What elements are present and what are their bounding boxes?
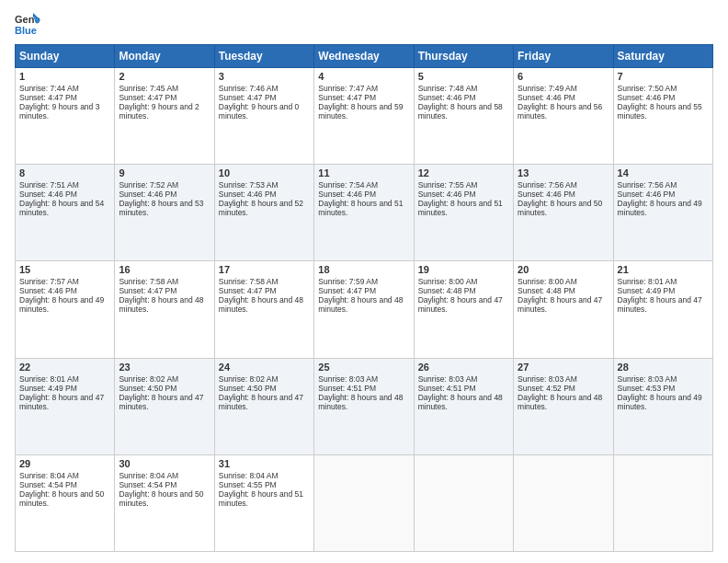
week-row-2: 8Sunrise: 7:51 AMSunset: 4:46 PMDaylight… bbox=[16, 165, 713, 261]
sunset-text: Sunset: 4:46 PM bbox=[19, 286, 77, 295]
daylight-text: Daylight: 8 hours and 47 minutes. bbox=[418, 295, 503, 314]
calendar-cell: 2Sunrise: 7:45 AMSunset: 4:47 PMDaylight… bbox=[115, 68, 214, 165]
daylight-text: Daylight: 8 hours and 47 minutes. bbox=[618, 295, 702, 314]
sunrise-text: Sunrise: 7:55 AM bbox=[418, 180, 478, 190]
daylight-text: Daylight: 8 hours and 51 minutes. bbox=[219, 489, 303, 508]
calendar-cell: 25Sunrise: 8:03 AMSunset: 4:51 PMDayligh… bbox=[314, 358, 414, 454]
weekday-header-row: SundayMondayTuesdayWednesdayThursdayFrid… bbox=[16, 45, 713, 68]
calendar-cell: 15Sunrise: 7:57 AMSunset: 4:46 PMDayligh… bbox=[16, 261, 115, 358]
day-number: 2 bbox=[119, 71, 210, 82]
day-number: 17 bbox=[219, 264, 310, 275]
sunset-text: Sunset: 4:47 PM bbox=[219, 93, 277, 102]
calendar-cell: 14Sunrise: 7:56 AMSunset: 4:46 PMDayligh… bbox=[613, 165, 712, 261]
calendar-cell: 20Sunrise: 8:00 AMSunset: 4:48 PMDayligh… bbox=[514, 261, 613, 358]
sunset-text: Sunset: 4:46 PM bbox=[418, 93, 476, 102]
daylight-text: Daylight: 8 hours and 53 minutes. bbox=[119, 199, 203, 217]
daylight-text: Daylight: 8 hours and 48 minutes. bbox=[119, 295, 203, 314]
sunset-text: Sunset: 4:47 PM bbox=[119, 93, 176, 102]
daylight-text: Daylight: 8 hours and 50 minutes. bbox=[119, 489, 203, 508]
sunrise-text: Sunrise: 8:03 AM bbox=[318, 374, 378, 384]
calendar-cell: 13Sunrise: 7:56 AMSunset: 4:46 PMDayligh… bbox=[514, 165, 613, 261]
daylight-text: Daylight: 8 hours and 47 minutes. bbox=[518, 295, 602, 314]
calendar-cell: 6Sunrise: 7:49 AMSunset: 4:46 PMDaylight… bbox=[514, 68, 613, 165]
calendar-cell bbox=[514, 454, 613, 551]
day-number: 5 bbox=[418, 71, 509, 82]
logo: General Blue bbox=[15, 11, 46, 37]
calendar-cell: 11Sunrise: 7:54 AMSunset: 4:46 PMDayligh… bbox=[314, 165, 414, 261]
page: General Blue SundayMondayTuesdayWednesda… bbox=[0, 0, 728, 563]
sunrise-text: Sunrise: 7:50 AM bbox=[618, 84, 677, 93]
calendar-cell bbox=[613, 454, 712, 551]
day-number: 1 bbox=[19, 71, 110, 82]
calendar-cell: 26Sunrise: 8:03 AMSunset: 4:51 PMDayligh… bbox=[414, 358, 513, 454]
day-number: 3 bbox=[219, 71, 310, 82]
daylight-text: Daylight: 8 hours and 52 minutes. bbox=[219, 199, 303, 217]
daylight-text: Daylight: 8 hours and 47 minutes. bbox=[219, 393, 303, 411]
sunset-text: Sunset: 4:47 PM bbox=[219, 286, 277, 295]
sunset-text: Sunset: 4:47 PM bbox=[318, 286, 376, 295]
daylight-text: Daylight: 8 hours and 50 minutes. bbox=[518, 199, 602, 217]
daylight-text: Daylight: 8 hours and 49 minutes. bbox=[618, 199, 702, 217]
sunrise-text: Sunrise: 7:51 AM bbox=[19, 180, 79, 190]
day-number: 9 bbox=[119, 167, 210, 178]
calendar-cell: 19Sunrise: 8:00 AMSunset: 4:48 PMDayligh… bbox=[414, 261, 513, 358]
weekday-header-saturday: Saturday bbox=[613, 45, 712, 68]
daylight-text: Daylight: 9 hours and 0 minutes. bbox=[219, 102, 299, 121]
daylight-text: Daylight: 9 hours and 2 minutes. bbox=[119, 102, 199, 121]
sunrise-text: Sunrise: 8:03 AM bbox=[518, 374, 577, 384]
day-number: 15 bbox=[19, 264, 110, 275]
calendar-cell: 28Sunrise: 8:03 AMSunset: 4:53 PMDayligh… bbox=[613, 358, 712, 454]
day-number: 23 bbox=[119, 362, 210, 373]
day-number: 18 bbox=[318, 264, 409, 275]
day-number: 11 bbox=[318, 167, 409, 178]
weekday-header-tuesday: Tuesday bbox=[214, 45, 313, 68]
day-number: 14 bbox=[618, 167, 709, 178]
daylight-text: Daylight: 8 hours and 47 minutes. bbox=[19, 393, 104, 411]
sunset-text: Sunset: 4:47 PM bbox=[318, 93, 376, 102]
daylight-text: Daylight: 8 hours and 51 minutes. bbox=[418, 199, 503, 217]
day-number: 8 bbox=[19, 167, 110, 178]
day-number: 16 bbox=[119, 264, 210, 275]
sunset-text: Sunset: 4:46 PM bbox=[318, 190, 376, 199]
calendar-cell: 18Sunrise: 7:59 AMSunset: 4:47 PMDayligh… bbox=[314, 261, 414, 358]
calendar-cell: 31Sunrise: 8:04 AMSunset: 4:55 PMDayligh… bbox=[214, 454, 313, 551]
weekday-header-monday: Monday bbox=[115, 45, 214, 68]
sunset-text: Sunset: 4:48 PM bbox=[418, 286, 476, 295]
sunset-text: Sunset: 4:46 PM bbox=[19, 190, 77, 199]
calendar-cell: 10Sunrise: 7:53 AMSunset: 4:46 PMDayligh… bbox=[214, 165, 313, 261]
weekday-header-friday: Friday bbox=[514, 45, 613, 68]
sunset-text: Sunset: 4:49 PM bbox=[19, 384, 77, 393]
daylight-text: Daylight: 8 hours and 51 minutes. bbox=[318, 199, 403, 217]
daylight-text: Daylight: 8 hours and 49 minutes. bbox=[618, 393, 702, 411]
svg-text:Blue: Blue bbox=[15, 25, 37, 36]
sunrise-text: Sunrise: 7:47 AM bbox=[318, 84, 378, 93]
day-number: 12 bbox=[418, 167, 509, 178]
sunrise-text: Sunrise: 7:46 AM bbox=[219, 84, 279, 93]
sunrise-text: Sunrise: 8:00 AM bbox=[418, 277, 478, 286]
daylight-text: Daylight: 8 hours and 54 minutes. bbox=[19, 199, 104, 217]
sunrise-text: Sunrise: 7:45 AM bbox=[119, 84, 178, 93]
daylight-text: Daylight: 8 hours and 48 minutes. bbox=[318, 393, 403, 411]
calendar-cell: 29Sunrise: 8:04 AMSunset: 4:54 PMDayligh… bbox=[16, 454, 115, 551]
week-row-4: 22Sunrise: 8:01 AMSunset: 4:49 PMDayligh… bbox=[16, 358, 713, 454]
week-row-3: 15Sunrise: 7:57 AMSunset: 4:46 PMDayligh… bbox=[16, 261, 713, 358]
sunrise-text: Sunrise: 7:56 AM bbox=[518, 180, 577, 190]
sunset-text: Sunset: 4:47 PM bbox=[119, 286, 176, 295]
day-number: 28 bbox=[618, 362, 709, 373]
daylight-text: Daylight: 8 hours and 48 minutes. bbox=[219, 295, 303, 314]
calendar-cell: 8Sunrise: 7:51 AMSunset: 4:46 PMDaylight… bbox=[16, 165, 115, 261]
day-number: 25 bbox=[318, 362, 409, 373]
sunrise-text: Sunrise: 7:59 AM bbox=[318, 277, 378, 286]
sunset-text: Sunset: 4:54 PM bbox=[119, 480, 176, 489]
day-number: 29 bbox=[19, 458, 110, 469]
day-number: 22 bbox=[19, 362, 110, 373]
day-number: 20 bbox=[518, 264, 609, 275]
day-number: 19 bbox=[418, 264, 509, 275]
day-number: 4 bbox=[318, 71, 409, 82]
sunrise-text: Sunrise: 8:01 AM bbox=[618, 277, 677, 286]
sunset-text: Sunset: 4:46 PM bbox=[618, 93, 676, 102]
day-number: 10 bbox=[219, 167, 310, 178]
calendar-cell: 1Sunrise: 7:44 AMSunset: 4:47 PMDaylight… bbox=[16, 68, 115, 165]
sunset-text: Sunset: 4:47 PM bbox=[19, 93, 77, 102]
sunset-text: Sunset: 4:46 PM bbox=[418, 190, 476, 199]
